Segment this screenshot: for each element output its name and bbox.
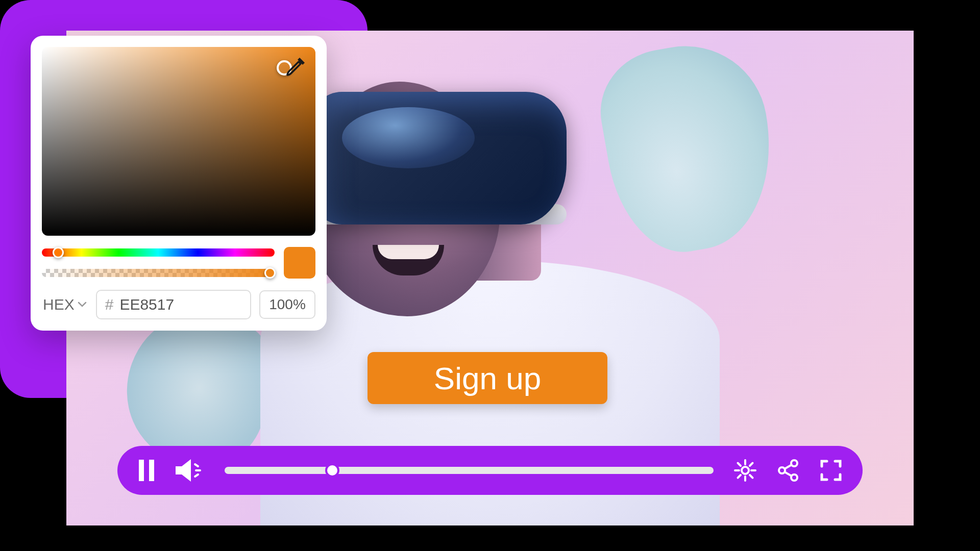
svg-point-8 [791,474,797,481]
color-format-select[interactable]: HEX [42,294,88,315]
signup-button-label: Sign up [434,360,541,396]
hue-slider[interactable] [42,248,275,257]
chevron-down-icon [78,302,87,308]
svg-line-10 [785,472,792,476]
svg-line-4 [195,474,198,477]
opacity-value: 100% [269,296,306,312]
alpha-slider[interactable] [42,269,275,277]
color-picker-panel: HEX # EE8517 100% [31,36,327,331]
progress-thumb[interactable] [325,463,339,478]
hex-input[interactable]: # EE8517 [96,290,251,319]
hex-value: EE8517 [119,296,174,313]
video-player-bar [117,446,863,495]
svg-point-7 [779,467,785,473]
share-icon[interactable] [777,459,799,482]
progress-track[interactable] [225,467,714,474]
svg-point-6 [791,460,797,466]
svg-rect-1 [149,460,154,481]
alpha-thumb[interactable] [264,267,276,279]
hash-prefix: # [105,296,114,313]
color-swatch [284,247,315,279]
format-label: HEX [43,296,75,313]
svg-rect-0 [139,460,144,481]
settings-icon[interactable] [734,459,756,482]
svg-line-2 [195,464,198,466]
volume-icon[interactable] [176,459,204,482]
pause-icon[interactable] [138,460,155,481]
saturation-value-area[interactable] [42,47,315,236]
svg-line-9 [785,465,792,469]
svg-point-5 [742,467,749,474]
opacity-input[interactable]: 100% [259,290,315,319]
eyedropper-icon[interactable] [283,54,308,80]
signup-button[interactable]: Sign up [368,352,607,404]
fullscreen-icon[interactable] [820,459,842,482]
hue-thumb[interactable] [53,247,64,258]
